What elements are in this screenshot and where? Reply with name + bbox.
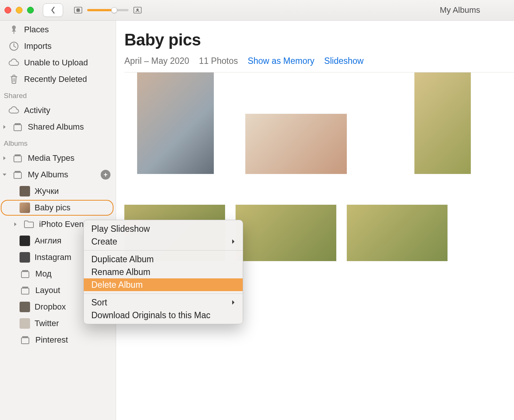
sidebar-item-label: Instagram	[35, 252, 71, 262]
clock-icon	[8, 41, 20, 52]
trash-icon	[8, 74, 20, 85]
pin-icon	[8, 24, 20, 35]
sidebar-item-label: Places	[24, 25, 49, 35]
svg-rect-8	[14, 156, 21, 162]
sidebar-item-activity[interactable]: Activity	[0, 102, 116, 119]
svg-rect-13	[22, 270, 28, 271]
disclosure-triangle-icon[interactable]	[14, 222, 19, 227]
zoom-in-icon[interactable]	[133, 6, 142, 14]
svg-rect-12	[21, 272, 29, 278]
menu-item-label: Sort	[91, 298, 107, 308]
photo-thumbnail[interactable]	[245, 114, 347, 174]
sidebar-item-label: Англия	[35, 236, 61, 246]
disclosure-triangle-icon[interactable]	[2, 125, 8, 129]
svg-rect-14	[21, 288, 29, 294]
sidebar-item-label: Layout	[35, 286, 60, 295]
photo-row	[124, 73, 514, 174]
menu-item-label: Download Originals to this Mac	[91, 310, 210, 320]
menu-item-label: Play Slideshow	[91, 224, 150, 234]
cloud-icon	[8, 105, 20, 116]
sidebar-item-label: Twitter	[35, 319, 59, 328]
album-date-range: April – May 2020	[124, 56, 189, 66]
add-album-button[interactable]: +	[101, 170, 110, 180]
menu-item-rename-album[interactable]: Rename Album	[84, 266, 243, 278]
menu-item-label: Duplicate Album	[91, 254, 154, 264]
album-photo-count: 11 Photos	[199, 56, 238, 66]
sidebar-item-label: Baby pics	[35, 203, 70, 213]
svg-rect-11	[15, 171, 21, 172]
sidebar-item-label: Unable to Upload	[24, 58, 88, 68]
sidebar-album-item-selected[interactable]: Baby pics	[1, 200, 113, 216]
menu-separator	[84, 293, 243, 294]
album-thumbnail-icon	[20, 252, 30, 263]
minimize-window-button[interactable]	[16, 7, 23, 14]
menu-item-create[interactable]: Create	[84, 235, 243, 248]
sidebar-item-shared-albums[interactable]: Shared Albums	[0, 119, 116, 135]
svg-rect-10	[14, 172, 21, 178]
svg-rect-4	[14, 31, 14, 34]
chevron-left-icon	[50, 6, 56, 14]
menu-item-delete-album[interactable]: Delete Album	[84, 278, 243, 291]
svg-rect-15	[22, 287, 28, 288]
sidebar-item-label: Мод	[35, 269, 51, 279]
sidebar-item-label: Activity	[24, 106, 50, 115]
sidebar-item-recently-deleted[interactable]: Recently Deleted	[0, 71, 116, 88]
cloud-alert-icon	[8, 57, 20, 68]
sidebar-item-label: Recently Deleted	[24, 74, 87, 84]
sidebar-album-item[interactable]: Pinterest	[0, 332, 116, 348]
menu-item-label: Create	[91, 237, 117, 247]
album-title: Baby pics	[124, 30, 514, 49]
close-window-button[interactable]	[5, 7, 11, 14]
thumbnail-size-slider[interactable]	[87, 9, 128, 11]
sidebar-section-shared: Shared	[0, 88, 116, 102]
svg-rect-16	[21, 338, 29, 344]
menu-item-label: Delete Album	[91, 280, 143, 290]
submenu-arrow-icon	[231, 300, 235, 305]
svg-rect-1	[77, 9, 80, 12]
sidebar-item-unable-to-upload[interactable]: Unable to Upload	[0, 54, 116, 71]
album-thumbnail-icon	[20, 236, 30, 246]
menu-item-duplicate-album[interactable]: Duplicate Album	[84, 253, 243, 266]
disclosure-triangle-open-icon[interactable]	[2, 173, 8, 177]
titlebar: My Albums	[0, 0, 514, 21]
album-thumbnail-icon	[20, 302, 30, 312]
photo-thumbnail[interactable]	[347, 205, 447, 261]
sidebar-item-imports[interactable]: Imports	[0, 38, 116, 54]
folder-icon	[23, 219, 35, 230]
menu-item-play-slideshow[interactable]: Play Slideshow	[84, 222, 243, 235]
svg-rect-17	[22, 336, 28, 337]
disclosure-triangle-icon[interactable]	[2, 156, 8, 160]
sidebar-item-media-types[interactable]: Media Types	[0, 150, 116, 166]
back-button[interactable]	[43, 3, 63, 17]
sidebar-section-albums: Albums	[0, 135, 116, 150]
menu-item-download-originals[interactable]: Download Originals to this Mac	[84, 309, 243, 322]
album-meta-row: April – May 2020 11 Photos Show as Memor…	[124, 56, 514, 73]
album-stack-icon	[20, 334, 31, 346]
album-thumbnail-icon	[20, 202, 30, 213]
show-as-memory-link[interactable]: Show as Memory	[248, 56, 314, 66]
sidebar-album-item[interactable]: Жучки	[0, 183, 116, 199]
sidebar-item-label: Shared Albums	[28, 122, 84, 132]
window-title: My Albums	[440, 5, 480, 15]
photo-thumbnail[interactable]	[414, 73, 471, 174]
album-stack-icon	[20, 285, 31, 296]
slideshow-link[interactable]: Slideshow	[324, 56, 364, 66]
zoom-window-button[interactable]	[27, 7, 34, 14]
menu-item-sort[interactable]: Sort	[84, 296, 243, 309]
thumbnail-zoom-controls	[74, 6, 142, 14]
sidebar-item-label: Dropbox	[35, 302, 66, 312]
sidebar-item-places[interactable]: Places	[0, 21, 116, 38]
slider-thumb[interactable]	[111, 7, 117, 13]
context-menu: Play Slideshow Create Duplicate Album Re…	[83, 220, 243, 324]
photo-thumbnail[interactable]	[236, 205, 336, 261]
svg-rect-9	[15, 154, 21, 156]
zoom-out-icon[interactable]	[74, 6, 83, 14]
album-stack-icon	[12, 169, 23, 180]
photo-thumbnail[interactable]	[137, 73, 214, 174]
album-thumbnail-icon	[20, 186, 30, 196]
sidebar-item-label: Pinterest	[35, 335, 68, 345]
window-controls	[5, 7, 34, 14]
sidebar-item-my-albums[interactable]: My Albums +	[0, 166, 116, 183]
sidebar-item-label: Media Types	[28, 153, 74, 163]
album-thumbnail-icon	[20, 318, 30, 329]
